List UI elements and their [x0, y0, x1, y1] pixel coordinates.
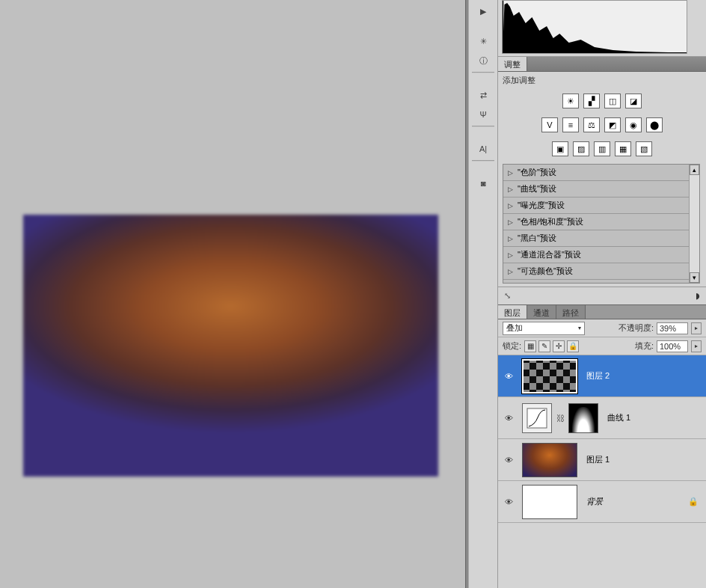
- scroll-up-icon[interactable]: ▴: [690, 165, 699, 175]
- visibility-icon[interactable]: 👁: [498, 414, 519, 423]
- layer-name[interactable]: 背景: [580, 496, 603, 507]
- preset-item[interactable]: ▷"曝光度"预设: [503, 197, 689, 214]
- visibility-icon[interactable]: 👁: [498, 372, 519, 381]
- posterize-icon[interactable]: ▨: [573, 141, 589, 156]
- presets-scrollbar[interactable]: ▴ ▾: [689, 165, 699, 283]
- canvas-image[interactable]: [23, 215, 438, 477]
- exposure-icon[interactable]: ◪: [625, 94, 642, 108]
- play-icon[interactable]: ▶: [473, 3, 494, 19]
- adj-icons-row3: ▣ ▨ ▥ ▦ ▧: [498, 137, 706, 161]
- histogram-panel: [498, 0, 706, 57]
- layer-row[interactable]: 👁 ⛓ 曲线 1: [498, 397, 706, 439]
- preset-item[interactable]: ▷"黑白"预设: [503, 230, 689, 247]
- preset-item[interactable]: ▷"色相/饱和度"预设: [503, 214, 689, 230]
- tab-channels[interactable]: 通道: [527, 305, 556, 319]
- tab-paths[interactable]: 路径: [556, 305, 586, 319]
- adj-icons-row2: V ≡ ⚖ ◩ ◉ ⬤: [498, 113, 706, 137]
- adjustment-thumbnail[interactable]: [522, 403, 552, 433]
- tab-adjustments[interactable]: 调整: [498, 57, 527, 71]
- icon-strip: ▶ ✳ ⓘ ⇄ Ψ A| ◙: [469, 0, 498, 588]
- fill-label: 填充:: [635, 340, 654, 352]
- bw-icon[interactable]: ◩: [604, 117, 621, 132]
- brightness-icon[interactable]: ☀: [562, 94, 579, 108]
- layer-thumbnail[interactable]: [522, 485, 577, 519]
- add-adjustment-label: 添加调整: [498, 72, 706, 89]
- link-icon[interactable]: ⛓: [555, 414, 565, 423]
- svg-marker-0: [503, 3, 687, 53]
- layer-name[interactable]: 图层 2: [580, 370, 610, 382]
- threshold-icon[interactable]: ▥: [594, 141, 610, 156]
- balance-icon[interactable]: ⚖: [583, 117, 600, 132]
- info-icon[interactable]: ⓘ: [473, 52, 494, 69]
- lock-pixels-icon[interactable]: ✎: [538, 340, 550, 352]
- channel-mixer-icon[interactable]: ⬤: [646, 117, 663, 132]
- vibrance-icon[interactable]: V: [541, 117, 558, 132]
- layer-name[interactable]: 曲线 1: [601, 412, 630, 423]
- fill-input[interactable]: 100%: [657, 340, 688, 352]
- fill-caret[interactable]: ▸: [691, 340, 702, 352]
- layer-name[interactable]: 图层 1: [580, 454, 610, 465]
- blend-mode-select[interactable]: 叠加▾: [503, 322, 585, 335]
- layer-thumbnail[interactable]: [522, 359, 577, 393]
- preset-item[interactable]: ▷"可选颜色"预设: [503, 263, 689, 280]
- lock-position-icon[interactable]: ✢: [553, 340, 565, 352]
- gradient-map-icon[interactable]: ▦: [615, 141, 631, 156]
- right-panels: 调整 添加调整 ☀ ▞ ◫ ◪ V ≡ ⚖ ◩ ◉ ⬤ ▣ ▨ ▥ ▦ ▧ ▷"…: [498, 0, 706, 588]
- photo-filter-icon[interactable]: ◉: [625, 117, 642, 132]
- layer-mask-thumbnail[interactable]: [568, 403, 598, 433]
- preset-item[interactable]: ▷"通道混合器"预设: [503, 247, 689, 263]
- selective-color-icon[interactable]: ▧: [636, 141, 652, 156]
- levels-icon[interactable]: ▞: [583, 94, 600, 108]
- layers-tabs: 图层 通道 路径: [498, 304, 706, 319]
- visibility-icon[interactable]: 👁: [498, 456, 519, 465]
- curves-icon[interactable]: ◫: [604, 94, 621, 108]
- layer-row[interactable]: 👁 背景 🔒: [498, 481, 706, 523]
- lock-row: 锁定: ▦ ✎ ✢ 🔒 填充: 100% ▸: [498, 337, 706, 355]
- layer-list: 👁 图层 2 👁 ⛓ 曲线 1 👁 图层 1 👁 背景 🔒: [498, 355, 706, 523]
- usb-icon[interactable]: Ψ: [473, 106, 494, 123]
- adjustments-panel: 调整 添加调整 ☀ ▞ ◫ ◪ V ≡ ⚖ ◩ ◉ ⬤ ▣ ▨ ▥ ▦ ▧ ▷"…: [498, 57, 706, 304]
- layer-thumbnail[interactable]: [522, 443, 577, 477]
- preset-item[interactable]: ▷"色阶"预设: [503, 165, 689, 181]
- wheel-icon[interactable]: ✳: [473, 33, 494, 49]
- tab-layers[interactable]: 图层: [498, 305, 527, 319]
- layer-row[interactable]: 👁 图层 1: [498, 439, 706, 481]
- scroll-down-icon[interactable]: ▾: [690, 272, 699, 283]
- canvas-area: [0, 0, 465, 588]
- swap-icon[interactable]: ⇄: [473, 87, 494, 103]
- opacity-label: 不透明度:: [618, 322, 654, 334]
- invert-icon[interactable]: ▣: [552, 141, 568, 156]
- text-icon[interactable]: A|: [473, 141, 494, 157]
- opacity-input[interactable]: 39%: [657, 322, 688, 334]
- lock-label: 锁定:: [503, 340, 521, 352]
- visibility-icon[interactable]: 👁: [498, 497, 519, 506]
- camera-icon[interactable]: ◙: [473, 175, 494, 192]
- expand-icon[interactable]: ⤡: [504, 291, 511, 301]
- svg-rect-2: [527, 408, 547, 428]
- opacity-caret[interactable]: ▸: [691, 322, 702, 334]
- layer-row[interactable]: 👁 图层 2: [498, 355, 706, 397]
- mask-icon[interactable]: ◗: [696, 291, 700, 301]
- lock-all-icon[interactable]: 🔒: [567, 340, 579, 352]
- blend-row: 叠加▾ 不透明度: 39% ▸: [498, 319, 706, 337]
- lock-icon: 🔒: [688, 497, 699, 506]
- hsl-icon[interactable]: ≡: [562, 117, 579, 132]
- preset-item[interactable]: ▷"曲线"预设: [503, 181, 689, 197]
- presets-list[interactable]: ▷"色阶"预设 ▷"曲线"预设 ▷"曝光度"预设 ▷"色相/饱和度"预设 ▷"黑…: [503, 165, 689, 283]
- adj-footer: ⤡ ◗: [498, 287, 706, 304]
- histogram-graph: [502, 0, 687, 54]
- lock-transparency-icon[interactable]: ▦: [524, 340, 536, 352]
- adj-icons-row1: ☀ ▞ ◫ ◪: [498, 89, 706, 113]
- presets-box: ▷"色阶"预设 ▷"曲线"预设 ▷"曝光度"预设 ▷"色相/饱和度"预设 ▷"黑…: [503, 164, 700, 284]
